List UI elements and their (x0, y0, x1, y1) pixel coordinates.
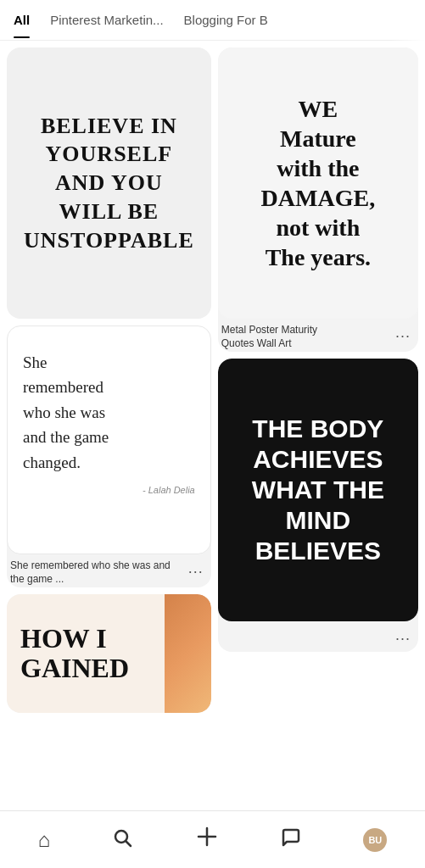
nav-home[interactable]: ⌂ (25, 821, 64, 859)
mature-dots-button[interactable]: ··· (391, 324, 415, 348)
tab-pinterest[interactable]: Pinterest Marketin... (50, 3, 163, 37)
tabs-bar: All Pinterest Marketin... Blogging For B (0, 0, 425, 41)
body-card-meta: ··· (218, 621, 418, 652)
dots-icon: ··· (188, 563, 204, 581)
mature-card-meta: Metal Poster Maturity Quotes Wall Art ··… (218, 319, 418, 352)
how-image: HOW I GAINED (7, 594, 211, 713)
mature-card-label: Metal Poster Maturity Quotes Wall Art (221, 324, 391, 350)
add-icon (195, 825, 219, 854)
pin-grid: BELIEVE IN YOURSELF AND YOU WILL BE UNST… (0, 41, 425, 720)
believe-text: BELIEVE IN YOURSELF AND YOU WILL BE UNST… (24, 112, 194, 255)
search-icon (112, 827, 132, 853)
she-card[interactable]: Sherememberedwho she wasand the gamechan… (7, 326, 211, 587)
dots-icon: ··· (395, 630, 411, 648)
nav-search[interactable] (98, 821, 146, 860)
body-card[interactable]: THE BODY ACHIEVES WHAT THE MIND BELIEVES… (218, 359, 418, 652)
believe-card[interactable]: BELIEVE IN YOURSELF AND YOU WILL BE UNST… (7, 47, 211, 319)
how-text: HOW I GAINED (20, 624, 129, 683)
home-icon: ⌂ (38, 828, 51, 852)
body-text: THE BODY ACHIEVES WHAT THE MIND BELIEVES (230, 414, 406, 566)
body-image: THE BODY ACHIEVES WHAT THE MIND BELIEVES (218, 359, 418, 621)
mature-image: WE Mature with the DAMAGE, not with The … (218, 47, 418, 319)
body-dots-button[interactable]: ··· (391, 626, 415, 650)
dots-icon: ··· (395, 327, 411, 345)
left-column: BELIEVE IN YOURSELF AND YOU WILL BE UNST… (7, 47, 211, 713)
she-text: Sherememberedwho she wasand the gamechan… (23, 350, 195, 475)
bottom-nav: ⌂ BU (0, 810, 425, 868)
nav-messages[interactable] (267, 821, 315, 860)
she-image: Sherememberedwho she wasand the gamechan… (7, 326, 211, 554)
mature-card[interactable]: WE Mature with the DAMAGE, not with The … (218, 47, 418, 352)
tab-all[interactable]: All (14, 3, 30, 37)
she-author: - Lalah Delia (23, 485, 195, 495)
she-dots-button[interactable]: ··· (184, 559, 208, 583)
how-card[interactable]: HOW I GAINED (7, 594, 211, 713)
believe-image: BELIEVE IN YOURSELF AND YOU WILL BE UNST… (7, 47, 211, 319)
svg-line-1 (126, 841, 131, 846)
messages-icon (281, 827, 301, 853)
nav-add[interactable] (182, 818, 232, 861)
tab-blogging[interactable]: Blogging For B (184, 3, 268, 37)
avatar: BU (363, 828, 387, 852)
she-card-label: She remembered who she was and the game … (10, 559, 184, 586)
right-column: WE Mature with the DAMAGE, not with The … (218, 47, 418, 652)
she-card-meta: She remembered who she was and the game … (7, 554, 211, 587)
nav-profile[interactable]: BU (350, 821, 400, 859)
mature-text: WE Mature with the DAMAGE, not with The … (261, 94, 376, 272)
